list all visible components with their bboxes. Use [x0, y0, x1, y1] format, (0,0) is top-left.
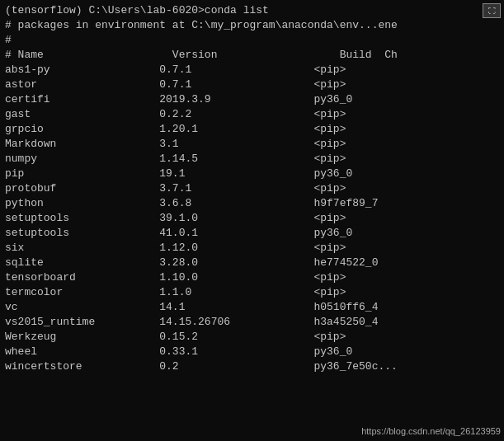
terminal-line: abs1-py 0.7.1 <pip>: [5, 63, 499, 77]
terminal-line: Werkzeug 0.15.2 <pip>: [5, 330, 499, 345]
terminal-line: # packages in environment at C:\my_progr…: [5, 18, 499, 33]
terminal-line: termcolor 1.1.0 <pip>: [5, 285, 499, 300]
prompt-line: (tensorflow) C:\Users\lab-6020>conda lis…: [5, 3, 499, 18]
terminal-line: gast 0.2.2 <pip>: [5, 107, 499, 122]
terminal-line: # Name Version Build Ch: [5, 48, 499, 63]
terminal-line: six 1.12.0 <pip>: [5, 241, 499, 256]
terminal-line: grpcio 1.20.1 <pip>: [5, 122, 499, 137]
terminal-line: wheel 0.33.1 py36_0: [5, 345, 499, 359]
screenshot-icon: ⛶: [483, 3, 501, 18]
terminal-line: Markdown 3.1 <pip>: [5, 137, 499, 152]
terminal-line: wincertstore 0.2 py36_7e50c...: [5, 359, 499, 374]
terminal-line: #: [5, 33, 499, 48]
terminal-line: numpy 1.14.5 <pip>: [5, 152, 499, 167]
terminal-line: setuptools 39.1.0 <pip>: [5, 211, 499, 226]
watermark: https://blog.csdn.net/qq_26123959: [361, 426, 501, 436]
terminal-window: ⛶ (tensorflow) C:\Users\lab-6020>conda l…: [0, 0, 504, 441]
terminal-line: astor 0.7.1 <pip>: [5, 77, 499, 92]
terminal-output: # packages in environment at C:\my_progr…: [5, 18, 499, 374]
terminal-line: vs2015_runtime 14.15.26706 h3a45250_4: [5, 315, 499, 330]
terminal-line: protobuf 3.7.1 <pip>: [5, 181, 499, 196]
terminal-line: python 3.6.8 h9f7ef89_7: [5, 196, 499, 211]
terminal-line: setuptools 41.0.1 py36_0: [5, 226, 499, 241]
terminal-line: vc 14.1 h0510ff6_4: [5, 300, 499, 315]
terminal-line: tensorboard 1.10.0 <pip>: [5, 270, 499, 285]
terminal-line: sqlite 3.28.0 he774522_0: [5, 256, 499, 270]
terminal-line: certifi 2019.3.9 py36_0: [5, 92, 499, 107]
terminal-line: pip 19.1 py36_0: [5, 167, 499, 181]
